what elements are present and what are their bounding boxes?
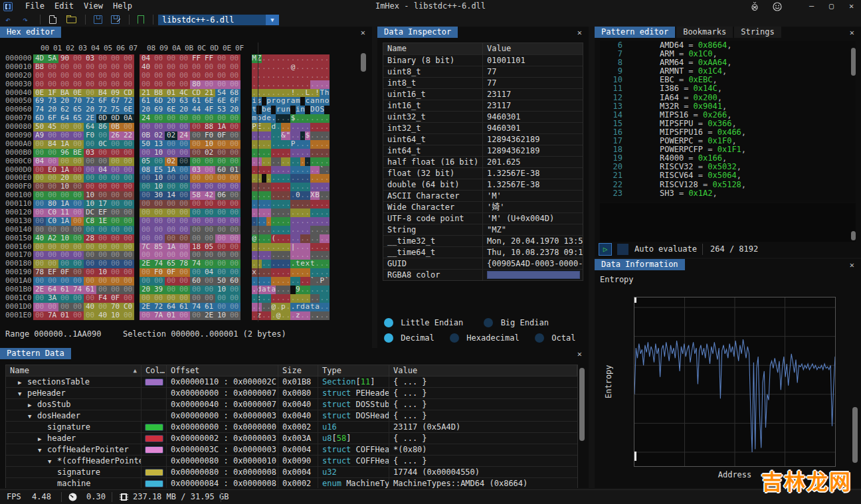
hex-ascii-char[interactable]: .: [305, 311, 310, 320]
hex-ascii-char[interactable]: .: [276, 149, 280, 157]
hex-ascii-char[interactable]: .: [315, 131, 320, 140]
hex-byte[interactable]: 00: [71, 157, 84, 166]
hex-byte[interactable]: 00: [46, 63, 58, 72]
hex-byte[interactable]: 00: [215, 226, 228, 234]
hex-ascii-char[interactable]: P: [290, 140, 295, 149]
hex-ascii-char[interactable]: .: [290, 54, 295, 63]
pattern-data-row[interactable]: ▼*(coffHeaderPointer)0x00000080 : 0x0000…: [6, 456, 577, 467]
hex-ascii-char[interactable]: .: [324, 226, 329, 234]
hex-byte[interactable]: 00: [190, 63, 203, 72]
hex-byte[interactable]: 00: [228, 226, 240, 234]
hex-byte[interactable]: 00: [109, 80, 122, 89]
hex-ascii-char[interactable]: .: [320, 149, 324, 157]
save-as-button[interactable]: [111, 15, 120, 24]
hex-ascii-char[interactable]: .: [262, 157, 266, 166]
hex-byte[interactable]: 00: [228, 294, 240, 303]
hex-ascii-char[interactable]: .: [320, 234, 324, 243]
hex-byte[interactable]: 50: [140, 140, 152, 149]
smiley-feedback-icon[interactable]: [772, 1, 783, 12]
hex-ascii-char[interactable]: .: [286, 63, 290, 72]
hex-ascii-char[interactable]: .: [286, 80, 290, 89]
hex-ascii-char[interactable]: .: [276, 234, 280, 243]
hex-byte[interactable]: 00: [84, 63, 96, 72]
hex-byte[interactable]: 00: [84, 294, 96, 303]
hex-ascii-char[interactable]: .: [315, 234, 320, 243]
hex-byte[interactable]: C0: [46, 217, 58, 226]
code-line[interactable]: 23SH3 = 0x1A2,: [600, 189, 856, 198]
hex-byte[interactable]: 00: [165, 63, 177, 72]
hex-byte[interactable]: 00: [165, 217, 177, 226]
hex-ascii-char[interactable]: .: [320, 54, 324, 63]
hex-ascii-char[interactable]: .: [315, 149, 320, 157]
hex-byte[interactable]: 00: [122, 226, 134, 234]
hex-ascii-char[interactable]: .: [305, 149, 310, 157]
hex-ascii-char[interactable]: .: [324, 72, 329, 80]
inspector-row[interactable]: Wide Character'婍': [383, 201, 583, 212]
data-information-close-icon[interactable]: ✕: [850, 260, 854, 270]
hex-byte[interactable]: 00: [165, 294, 177, 303]
hex-byte[interactable]: 00: [71, 131, 84, 140]
bookmark-button[interactable]: [138, 15, 144, 24]
expand-icon[interactable]: ▶: [38, 434, 47, 444]
hex-byte[interactable]: 64: [165, 303, 177, 311]
hex-byte[interactable]: 00: [165, 234, 177, 243]
hex-ascii-char[interactable]: .: [276, 80, 280, 89]
hex-ascii-char[interactable]: .: [305, 294, 310, 303]
hex-ascii-char[interactable]: .: [324, 157, 329, 166]
hex-ascii-char[interactable]: .: [266, 226, 271, 234]
pattern-data-row[interactable]: machine0x00000084 : 0x00000080x0002enum …: [6, 478, 577, 488]
hex-ascii-char[interactable]: .: [315, 311, 320, 320]
hex-byte[interactable]: 00: [152, 226, 165, 234]
hex-byte[interactable]: FF: [203, 54, 215, 63]
hex-byte[interactable]: 00: [152, 80, 165, 89]
hex-byte[interactable]: 00: [96, 80, 109, 89]
hex-ascii-char[interactable]: .: [266, 311, 271, 320]
pattern-editor-scrollbar[interactable]: [851, 48, 856, 76]
hex-ascii-char[interactable]: .: [290, 209, 295, 217]
hex-byte[interactable]: 00: [109, 140, 122, 149]
hex-byte[interactable]: 00: [215, 157, 228, 166]
hex-byte[interactable]: 03: [84, 54, 96, 63]
hex-byte[interactable]: 00: [46, 80, 58, 89]
hex-byte[interactable]: A9: [33, 131, 46, 140]
hex-byte[interactable]: 00: [96, 226, 109, 234]
hex-byte[interactable]: 00: [140, 217, 152, 226]
hex-ascii-char[interactable]: .: [266, 149, 271, 157]
hex-ascii-char[interactable]: .: [310, 80, 315, 89]
hex-byte[interactable]: 00: [122, 234, 134, 243]
rgba8-color-swatch[interactable]: [487, 271, 580, 279]
hex-byte[interactable]: 00: [190, 294, 203, 303]
tab-pattern-editor[interactable]: Pattern editor: [595, 27, 675, 38]
hex-ascii-char[interactable]: .: [266, 140, 271, 149]
hex-ascii-char[interactable]: .: [286, 311, 290, 320]
hex-byte[interactable]: 1A: [58, 140, 71, 149]
hex-byte[interactable]: 00: [152, 54, 165, 63]
pattern-data-col-0[interactable]: Name▲: [6, 365, 142, 376]
hex-ascii-char[interactable]: c: [305, 97, 310, 106]
hex-ascii-char[interactable]: .: [262, 89, 266, 98]
hex-byte[interactable]: 00: [84, 157, 96, 166]
hex-byte[interactable]: 00: [177, 226, 190, 234]
hex-byte[interactable]: 00: [71, 72, 84, 80]
run-pattern-button[interactable]: ▷: [599, 243, 612, 256]
hex-ascii-char[interactable]: .: [252, 294, 256, 303]
hex-ascii-char[interactable]: .: [300, 54, 305, 63]
hex-byte[interactable]: 00: [71, 234, 84, 243]
hex-ascii-char[interactable]: .: [305, 226, 310, 234]
hex-ascii-char[interactable]: .: [310, 217, 315, 226]
hex-ascii-char[interactable]: .: [271, 226, 276, 234]
hex-byte[interactable]: 02: [165, 157, 177, 166]
inspector-row[interactable]: String"MZ": [383, 224, 583, 235]
hex-ascii-char[interactable]: .: [300, 149, 305, 157]
hex-byte[interactable]: 7A: [152, 311, 165, 320]
hex-byte[interactable]: 00: [203, 63, 215, 72]
hex-byte[interactable]: 00: [203, 234, 215, 243]
hex-ascii-char[interactable]: .: [300, 226, 305, 234]
hex-ascii-char[interactable]: .: [276, 226, 280, 234]
tab-bookmarks[interactable]: Bookmarks: [676, 27, 733, 38]
menu-edit[interactable]: Edit: [54, 1, 74, 11]
hex-ascii-char[interactable]: r: [296, 303, 300, 311]
hex-byte[interactable]: 00: [46, 72, 58, 80]
hex-byte[interactable]: 02: [203, 149, 215, 157]
inspector-row[interactable]: uint64_t12894362189: [383, 133, 583, 145]
